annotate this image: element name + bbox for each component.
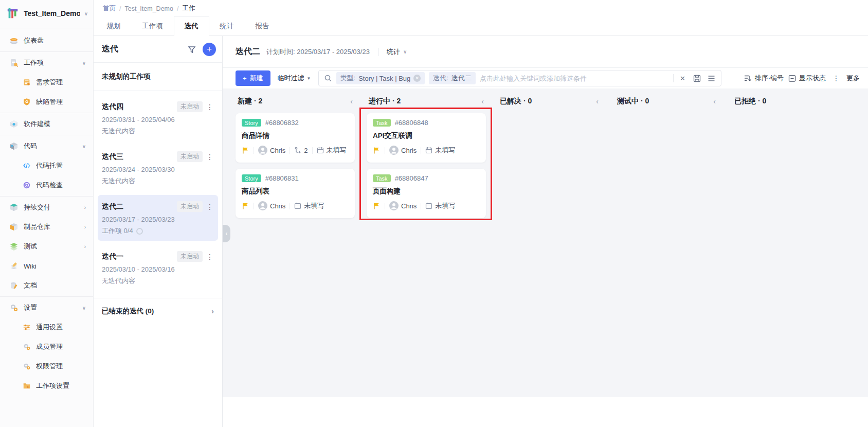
collapse-column-button[interactable]: ‹ — [481, 97, 484, 105]
subtasks-count[interactable]: 2 — [294, 147, 308, 154]
work-item-title[interactable]: 页面构建 — [373, 187, 480, 196]
collapse-column-button[interactable]: ‹ — [713, 97, 716, 105]
chip-close-icon[interactable]: ✕ — [413, 75, 421, 82]
due-date[interactable]: 未填写 — [294, 201, 324, 210]
tab-statistics[interactable]: 统计 — [209, 16, 245, 36]
project-switcher[interactable]: Test_Item_Demo ∨ — [0, 0, 93, 27]
add-iteration-button[interactable]: + — [203, 43, 216, 56]
work-item-title[interactable]: 商品详情 — [242, 131, 349, 140]
board-header: 迭代二 计划时间: 2025/03/17 - 2025/03/23 统计 ∨ — [223, 36, 868, 68]
work-item-title[interactable]: API交互联调 — [373, 131, 480, 140]
breadcrumb-home[interactable]: 首页 — [103, 4, 116, 13]
temp-filter-dropdown[interactable]: 临时过滤 ▼ — [278, 74, 311, 83]
sidebar-item-general-settings[interactable]: 通用设置 — [0, 317, 93, 337]
filter-funnel-icon[interactable] — [185, 43, 198, 56]
sidebar-item-defects[interactable]: 缺陷管理 — [0, 92, 93, 112]
due-date[interactable]: 未填写 — [425, 201, 455, 210]
sidebar-item-members[interactable]: 成员管理 — [0, 337, 93, 357]
sidebar-item-code-review[interactable]: 代码检查 — [0, 175, 93, 195]
chevron-right-icon[interactable]: › — [84, 244, 86, 250]
main-content: 迭代二 计划时间: 2025/03/17 - 2025/03/23 统计 ∨ +… — [223, 36, 868, 427]
tab-planning[interactable]: 规划 — [96, 16, 131, 36]
iteration-menu-button[interactable]: ⋮ — [206, 153, 214, 161]
assignee-name: Chris — [270, 202, 285, 210]
iteration-menu-button[interactable]: ⋮ — [206, 253, 214, 261]
sidebar-item-artifacts[interactable]: 制品仓库 › — [0, 217, 93, 237]
priority-flag-icon[interactable] — [242, 147, 249, 154]
collapse-column-button[interactable]: ‹ — [350, 97, 353, 105]
collapse-column-button[interactable]: ‹ — [596, 97, 599, 105]
ended-iterations[interactable]: 已结束的迭代 (0) › — [94, 298, 222, 324]
filter-search-box[interactable]: 类型: Story | Task | Bug ✕ 迭代: 迭代二 ✕ — [318, 70, 721, 86]
iteration-menu-button[interactable]: ⋮ — [206, 103, 214, 111]
sidebar-item-label: 代码检查 — [36, 181, 86, 190]
settings-icon — [9, 303, 19, 312]
chevron-down-icon[interactable]: ∨ — [84, 11, 88, 16]
work-item-card[interactable]: Story #68806832 商品详情 Chris — [236, 113, 355, 163]
work-item-title[interactable]: 商品列表 — [242, 187, 349, 196]
column-title: 新建 · 2 — [238, 97, 262, 106]
clear-filters-icon[interactable]: ✕ — [678, 75, 688, 82]
more-options-icon[interactable]: ⋮ — [830, 74, 842, 82]
tab-reports[interactable]: 报告 — [245, 16, 280, 36]
iteration-menu-button[interactable]: ⋮ — [206, 203, 214, 211]
search-input[interactable] — [480, 75, 669, 82]
sidebar-item-modeling[interactable]: 软件建模 — [0, 114, 93, 134]
sidebar-item-label: 需求管理 — [36, 78, 86, 87]
iteration-item[interactable]: 迭代四 未启动 ⋮ 2025/03/31 - 2025/04/06 无迭代内容 — [98, 95, 218, 141]
kanban-board: 新建 · 2 ‹ Story #68806832 商品详情 — [223, 88, 868, 397]
unplanned-work-items[interactable]: 未规划的工作项 — [94, 63, 222, 91]
chevron-down-icon[interactable]: ∨ — [82, 144, 86, 149]
iteration-item-selected[interactable]: 迭代二 未启动 ⋮ 2025/03/17 - 2025/03/23 工作项 0/… — [98, 195, 218, 241]
collapse-panel-handle[interactable]: ‹ — [223, 225, 230, 242]
sidebar-item-code[interactable]: 代码 ∨ — [0, 136, 93, 156]
avatar — [389, 201, 399, 210]
assignee[interactable]: Chris — [258, 201, 285, 210]
new-work-item-button[interactable]: + 新建 — [236, 70, 270, 86]
iteration-item[interactable]: 迭代三 未启动 ⋮ 2025/03/24 - 2025/03/30 无迭代内容 — [98, 145, 218, 191]
sidebar-item-code-hosting[interactable]: 代码托管 — [0, 156, 93, 175]
chevron-down-icon[interactable]: ∨ — [82, 60, 86, 66]
assignee[interactable]: Chris — [389, 146, 417, 155]
display-status-control[interactable]: 显示状态 — [788, 74, 826, 83]
column-testing: 测试中 · 0 ‹ — [615, 96, 718, 107]
assignee[interactable]: Chris — [389, 201, 417, 210]
divider — [421, 147, 421, 154]
sidebar-item-wiki[interactable]: Wiki — [0, 256, 93, 276]
due-date[interactable]: 未填写 — [425, 146, 455, 155]
iteration-name: 迭代四 — [102, 102, 174, 112]
filter-chip-type[interactable]: 类型: Story | Task | Bug ✕ — [336, 72, 425, 84]
stats-dropdown[interactable]: 统计 ∨ — [387, 47, 407, 57]
chevron-right-icon[interactable]: › — [84, 205, 86, 210]
sidebar-item-testing[interactable]: 测试 › — [0, 237, 93, 256]
sidebar-item-workitem-settings[interactable]: 工作项设置 — [0, 376, 93, 396]
priority-flag-icon[interactable] — [373, 202, 381, 210]
save-filter-icon[interactable] — [692, 75, 702, 82]
sidebar-item-delivery[interactable]: 持续交付 › — [0, 198, 93, 217]
chevron-right-icon[interactable]: › — [84, 224, 86, 230]
due-text: 未填写 — [435, 201, 455, 210]
tab-iterations[interactable]: 迭代 — [174, 16, 209, 36]
filter-chip-iteration[interactable]: 迭代: 迭代二 — [429, 72, 476, 84]
sidebar-item-work-items[interactable]: 工作项 ∨ — [0, 53, 93, 73]
work-item-card[interactable]: Task #68806847 页面构建 Chris — [367, 169, 486, 218]
chevron-down-icon[interactable]: ∨ — [82, 305, 86, 311]
work-item-card[interactable]: Story #68806831 商品列表 Chris — [236, 169, 355, 218]
list-view-icon[interactable] — [707, 75, 717, 82]
sidebar-item-requirements[interactable]: 需求管理 — [0, 73, 93, 92]
sidebar-item-label: 测试 — [24, 242, 79, 251]
assignee[interactable]: Chris — [258, 146, 285, 155]
sort-control[interactable]: 排序·编号 — [744, 74, 784, 83]
iteration-item[interactable]: 迭代一 未启动 ⋮ 2025/03/10 - 2025/03/16 无迭代内容 — [98, 245, 218, 291]
tab-work-items[interactable]: 工作项 — [131, 16, 174, 36]
work-item-card[interactable]: Task #68806848 API交互联调 Chris — [367, 113, 486, 163]
breadcrumb-project[interactable]: Test_Item_Demo — [124, 5, 173, 12]
sidebar-item-permissions[interactable]: 权限管理 — [0, 357, 93, 376]
sidebar-item-dashboard[interactable]: 仪表盘 — [0, 31, 93, 50]
more-button[interactable]: 更多 — [846, 74, 860, 83]
priority-flag-icon[interactable] — [242, 202, 249, 210]
priority-flag-icon[interactable] — [373, 147, 381, 154]
due-date[interactable]: 未填写 — [317, 146, 347, 155]
sidebar-item-settings[interactable]: 设置 ∨ — [0, 298, 93, 317]
sidebar-item-docs[interactable]: 文档 — [0, 276, 93, 295]
